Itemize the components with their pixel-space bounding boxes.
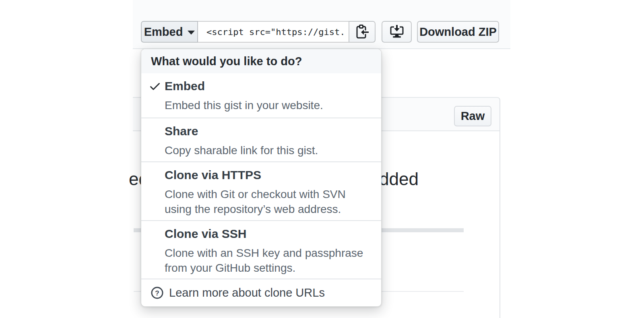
menu-item-description: Clone with an SSH key and passphrase fro… [165, 246, 372, 275]
embed-dropdown-button-label: Embed [144, 25, 183, 39]
svg-text:?: ? [155, 289, 159, 297]
check-icon [149, 80, 161, 93]
menu-item-clone-ssh[interactable]: Clone via SSH Clone with an SSH key and … [141, 220, 381, 279]
menu-item-title: Share [165, 125, 372, 138]
learn-more-clone-urls-link[interactable]: ? Learn more about clone URLs [141, 279, 381, 306]
clipboard-paste-icon [355, 24, 369, 39]
download-gist-button[interactable] [382, 21, 412, 43]
menu-item-title: Clone via HTTPS [165, 169, 372, 182]
copy-to-clipboard-button[interactable] [349, 21, 376, 43]
menu-item-share[interactable]: Share Copy sharable link for this gist. [141, 118, 381, 161]
desktop-download-icon [389, 25, 405, 39]
learn-more-label: Learn more about clone URLs [169, 286, 325, 299]
menu-item-description: Clone with Git or checkout with SVN usin… [165, 187, 372, 217]
embed-code-input[interactable] [198, 21, 349, 43]
question-icon: ? [151, 287, 163, 299]
menu-item-title: Clone via SSH [165, 227, 372, 240]
gist-actions-toolbar: Embed [141, 21, 376, 43]
download-zip-button[interactable]: Download ZIP [417, 21, 499, 43]
raw-button[interactable]: Raw [454, 106, 491, 126]
menu-item-title: Embed [165, 80, 372, 93]
menu-item-description: Copy sharable link for this gist. [165, 143, 372, 158]
menu-item-embed[interactable]: Embed Embed this gist in your website. [141, 73, 381, 118]
file-card-right-border [500, 131, 500, 318]
select-menu-header: What would you like to do? [141, 49, 381, 73]
menu-item-clone-https[interactable]: Clone via HTTPS Clone with Git or checko… [141, 161, 381, 220]
embed-dropdown-button[interactable]: Embed [141, 21, 198, 43]
embed-select-menu: What would you like to do? Embed Embed t… [141, 49, 382, 307]
menu-item-description: Embed this gist in your website. [165, 98, 372, 113]
caret-down-icon [188, 31, 195, 35]
